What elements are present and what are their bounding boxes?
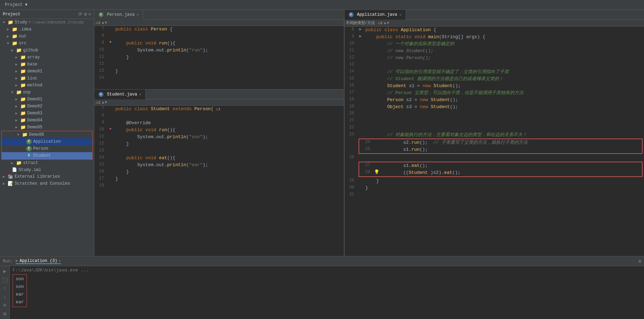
sidebar-item-struct[interactable]: ▶ 📁 struct: [0, 160, 94, 166]
sidebar-item-method[interactable]: ▶ 📁 method: [0, 82, 94, 89]
gear-icon[interactable]: ⚙: [84, 11, 87, 17]
sidebar-item-Demo05[interactable]: ▶ 📁 Demo05: [0, 124, 94, 131]
student-content-14: public void eat(){: [114, 155, 344, 162]
sidebar-item-array[interactable]: ▶ 📁 array: [0, 54, 94, 61]
person-linenum-12: 12: [94, 61, 107, 66]
student-line-8: 8: [94, 113, 344, 120]
tree-root[interactable]: ▼ 📁 Study F:\Java\IDEA2020.2\Study: [0, 19, 94, 26]
app-nav-up[interactable]: ▲: [384, 21, 386, 25]
student-linenum-16: 16: [94, 169, 107, 174]
folder-icon-liuc: 📁: [20, 76, 26, 81]
app-nav-down[interactable]: ▼: [387, 21, 389, 25]
run-scroll-down-button[interactable]: ↓: [2, 293, 7, 300]
sidebar-item-Demo01[interactable]: ▶ 📁 Demo01: [0, 96, 94, 103]
app-content-17: // Person 父类型，可以指向子类，但是不能调用子类独有的方法: [364, 90, 644, 97]
tree-arrow-src: ▼: [7, 42, 12, 45]
student-tabs: C Student.java ✕: [94, 90, 344, 99]
sidebar-item-Student[interactable]: C Student: [2, 152, 92, 159]
sidebar-item-external-libraries[interactable]: ▶ 📚 External Libraries: [0, 173, 94, 180]
sidebar-item-demo01[interactable]: ▶ 📁 demo01: [0, 68, 94, 75]
tab-close-student[interactable]: ✕: [139, 92, 141, 97]
person-content-7: public class Person {: [114, 26, 344, 33]
sidebar-item-github[interactable]: ▶ 📁 github: [0, 47, 94, 54]
student-content-15: System.out.println("ear");: [114, 162, 344, 169]
sidebar-item-Demo06[interactable]: ▼ 📁 Demo06: [2, 131, 92, 138]
sidebar-item-Application[interactable]: C Application: [2, 138, 92, 145]
run-path: F:\Java\JDK\bin\java.exe ...: [13, 268, 641, 273]
close-icon[interactable]: ✕: [88, 11, 91, 17]
sidebar-item-study-iml[interactable]: 📄 Study.iml: [0, 166, 94, 173]
sidebar-item-src[interactable]: ▼ 📁 src: [0, 40, 94, 47]
sidebar-item-Demo04[interactable]: ▶ 📁 Demo04: [0, 117, 94, 124]
iml-icon: 📄: [12, 167, 17, 172]
student-nav-down[interactable]: ▼: [105, 100, 107, 105]
student-content-7: public class Student extends Person{ ⚠1: [114, 106, 344, 113]
app-line-27: 27 s1.eat();: [361, 162, 641, 169]
student-gutter-10: ●: [107, 127, 114, 131]
person-line-10: 10 System.out.println("run");: [94, 47, 344, 54]
app-line-13: 13: [345, 62, 644, 69]
editor-area: C Person.java ✕ ⚠1 ▲ ▼ 7: [94, 10, 644, 256]
sidebar-item-scratches[interactable]: ▶ 📝 Scratches and Consoles: [0, 180, 94, 187]
main-layout: Project ⟳ ⚙ ✕ ▼ 📁 Study F:\Java\IDEA2020…: [0, 10, 644, 256]
student-line-18: 18: [94, 183, 344, 190]
project-menu[interactable]: Project ▼: [3, 2, 30, 8]
tab-close-application[interactable]: ✕: [399, 13, 401, 17]
person-line-9: 9 ● public void run(){: [94, 40, 344, 47]
tab-person-java[interactable]: C Person.java ✕: [94, 10, 143, 20]
run-settings2-button[interactable]: ⊟: [2, 310, 7, 318]
run-label: Run:: [3, 259, 13, 264]
top-bar: Project ▼: [0, 0, 644, 10]
run-scroll-up-button[interactable]: ↑: [2, 285, 7, 292]
right-editor-pane: C Application.java ✕ 不同的类型/方法 ⚠3 ▲ ▼: [345, 10, 644, 256]
sidebar-item-base[interactable]: ▶ 📁 base: [0, 61, 94, 68]
sidebar-item-Person[interactable]: C Person: [2, 145, 92, 152]
student-content-10: public void run(){: [114, 127, 344, 134]
sidebar-item-Demo02[interactable]: ▶ 📁 Demo02: [0, 103, 94, 110]
student-line-16: 16 }: [94, 169, 344, 176]
run-tab-label: Application (3): [20, 258, 57, 263]
sync-icon[interactable]: ⟳: [78, 11, 82, 17]
sidebar-item-Demo03[interactable]: ▶ 📁 Demo03: [0, 110, 94, 117]
run-play-button[interactable]: ▶: [2, 268, 7, 275]
student-nav-up[interactable]: ▲: [102, 100, 104, 105]
student-content-9: @Override: [114, 120, 344, 127]
right-tabs: C Application.java ✕: [345, 10, 644, 20]
sidebar-item-out[interactable]: ▶ 📁 out: [0, 33, 94, 40]
person-line-12: 12: [94, 61, 344, 68]
student-warn-count: ⚠1: [96, 100, 100, 105]
app-line-24: 24 s2.run(); // 子类重写了父类的方法，就执行子类的方法: [361, 139, 641, 146]
tab-application-java[interactable]: C Application.java ✕: [345, 10, 406, 20]
sidebar-item-idea[interactable]: ▶ 📁 .idea: [0, 26, 94, 33]
person-content-9: public void run(){: [114, 40, 344, 47]
sidebar-item-liuc[interactable]: ▶ 📁 liuc: [0, 75, 94, 82]
person-code-pane[interactable]: ⚠1 ▲ ▼ 7 public class Person { 8: [94, 20, 344, 90]
run-tab-application[interactable]: ▶ Application (3) ✕: [16, 258, 61, 264]
person-nav-up[interactable]: ▲: [102, 21, 104, 25]
run-arrow-8: ▶: [359, 27, 362, 32]
app-line-16: 16 Student s1 = new Student();: [345, 83, 644, 90]
application-code-pane[interactable]: 不同的类型/方法 ⚠3 ▲ ▼ 8 ▶ public class Applica…: [345, 20, 644, 256]
app-line-11: 11 // new Student();: [345, 48, 644, 55]
run-align-button[interactable]: ≡: [2, 302, 7, 309]
tab-student-java[interactable]: C Student.java ✕: [94, 90, 146, 99]
run-stop-button[interactable]: ⬛: [1, 276, 8, 284]
run-tab-close[interactable]: ✕: [59, 259, 61, 263]
person-nav-down[interactable]: ▼: [105, 21, 107, 25]
run-settings-icon[interactable]: ⚙: [638, 258, 641, 264]
student-linenum-12: 12: [94, 141, 107, 146]
student-content-12: }: [114, 141, 344, 148]
app-line-31: 31: [345, 192, 644, 199]
ext-lib-icon: 📚: [8, 174, 13, 179]
run-arrow-9: ▶: [359, 34, 362, 39]
tab-close-person[interactable]: ✕: [137, 13, 139, 17]
tree-arrow-base: ▶: [15, 62, 20, 66]
tree-arrow-scratch: ▶: [3, 182, 8, 186]
student-linenum-13: 13: [94, 148, 107, 153]
student-line-10: 10 ● public void run(){: [94, 127, 344, 134]
app-linenum-9: 9: [345, 34, 357, 39]
tree-label-array: array: [27, 55, 40, 60]
student-code-pane[interactable]: ⚠1 ▲ ▼ 7 public class Student extends Pe…: [94, 99, 344, 256]
student-content-11: System.out.println("son");: [114, 134, 344, 141]
sidebar-item-oop[interactable]: ▼ 📁 oop: [0, 89, 94, 96]
